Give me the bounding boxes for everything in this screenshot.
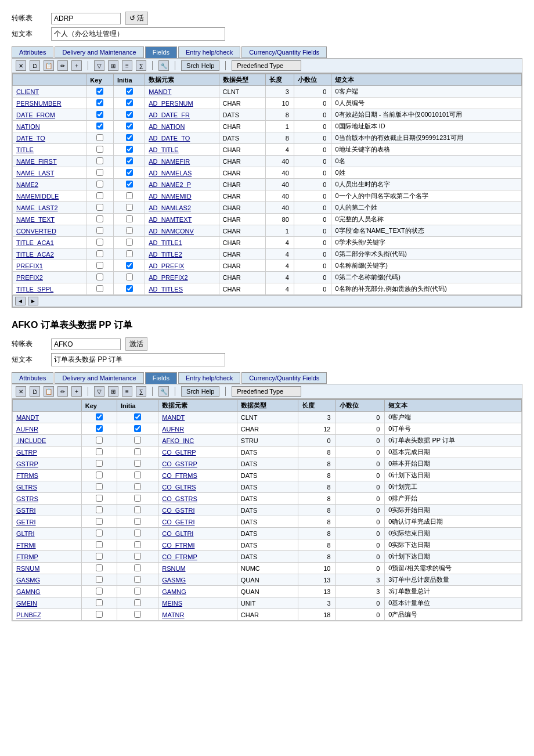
row-field[interactable]: TITLE bbox=[13, 144, 86, 156]
tool-paste1[interactable]: 📋 bbox=[44, 60, 54, 71]
row-field[interactable]: NAME_FIRST bbox=[13, 156, 86, 167]
tool-misc1[interactable]: 🔧 bbox=[158, 60, 169, 71]
row-element[interactable]: AD_NAME2_P bbox=[145, 179, 219, 190]
row-initia[interactable] bbox=[117, 563, 158, 574]
row-initia[interactable] bbox=[117, 423, 158, 435]
row-key[interactable] bbox=[81, 563, 117, 574]
row-initia[interactable] bbox=[113, 237, 145, 249]
tab-attributes1[interactable]: Attributes bbox=[12, 46, 53, 58]
row-key[interactable] bbox=[81, 423, 117, 435]
tab-delivery1[interactable]: Delivery and Maintenance bbox=[55, 46, 143, 58]
row-field[interactable]: GASMG bbox=[13, 574, 82, 586]
row-element[interactable]: AD_NATION bbox=[145, 121, 219, 132]
row-key[interactable] bbox=[81, 412, 117, 423]
row-element[interactable]: CO_FTRMP bbox=[158, 551, 237, 563]
row-field[interactable]: GSTRS bbox=[13, 493, 82, 505]
row-initia[interactable] bbox=[113, 98, 145, 109]
tool-cols2[interactable]: ≡ bbox=[122, 386, 132, 397]
row-field[interactable]: PERSNUMBER bbox=[13, 98, 86, 109]
row-key[interactable] bbox=[81, 470, 117, 481]
row-field[interactable]: GLTRP bbox=[13, 447, 82, 458]
tab-attributes2[interactable]: Attributes bbox=[12, 372, 53, 384]
row-element[interactable]: CO_FTRMI bbox=[158, 539, 237, 551]
row-field[interactable]: GMEIN bbox=[13, 597, 82, 609]
tool-x1[interactable]: ✕ bbox=[16, 60, 26, 71]
row-element[interactable]: AD_NAMLAS2 bbox=[145, 202, 219, 214]
tab-entry2[interactable]: Entry help/check bbox=[178, 372, 240, 384]
row-key[interactable] bbox=[81, 528, 117, 539]
srch-help-btn1[interactable]: Srch Help bbox=[181, 60, 219, 71]
row-field[interactable]: MANDT bbox=[13, 412, 82, 423]
row-key[interactable] bbox=[81, 481, 117, 493]
row-initia[interactable] bbox=[117, 597, 158, 609]
row-key[interactable] bbox=[86, 272, 114, 283]
row-initia[interactable] bbox=[117, 528, 158, 539]
row-field[interactable]: RSNUM bbox=[13, 563, 82, 574]
row-element[interactable]: AD_DATE_TO bbox=[145, 132, 219, 144]
row-field[interactable]: DATE_FROM bbox=[13, 109, 86, 121]
row-element[interactable]: CO_GSTRP bbox=[158, 458, 237, 470]
row-key[interactable] bbox=[86, 167, 114, 179]
row-initia[interactable] bbox=[117, 586, 158, 597]
tool-sum2[interactable]: ∑ bbox=[136, 386, 146, 397]
tab-delivery2[interactable]: Delivery and Maintenance bbox=[55, 372, 143, 384]
row-element[interactable]: GASMG bbox=[158, 574, 237, 586]
row-key[interactable] bbox=[86, 132, 114, 144]
tool-edit2[interactable]: ✏ bbox=[57, 386, 68, 397]
row-initia[interactable] bbox=[113, 249, 145, 260]
row-field[interactable]: PREFIX1 bbox=[13, 260, 86, 272]
row-element[interactable]: RSNUM bbox=[158, 563, 237, 574]
row-initia[interactable] bbox=[113, 132, 145, 144]
row-initia[interactable] bbox=[117, 505, 158, 516]
row-element[interactable]: AD_NAMEMID bbox=[145, 190, 219, 202]
row-initia[interactable] bbox=[117, 435, 158, 447]
row-initia[interactable] bbox=[113, 225, 145, 237]
row-initia[interactable] bbox=[117, 470, 158, 481]
row-element[interactable]: MATNR bbox=[158, 609, 237, 621]
row-initia[interactable] bbox=[113, 214, 145, 225]
row-initia[interactable] bbox=[113, 202, 145, 214]
row-key[interactable] bbox=[86, 260, 114, 272]
row-field[interactable]: CONVERTED bbox=[13, 225, 86, 237]
nav-next1[interactable]: ► bbox=[28, 297, 38, 305]
row-key[interactable] bbox=[81, 597, 117, 609]
row-initia[interactable] bbox=[113, 156, 145, 167]
tool-sort1[interactable]: ⊞ bbox=[108, 60, 118, 71]
row-element[interactable]: AD_NAMCONV bbox=[145, 225, 219, 237]
row-key[interactable] bbox=[86, 190, 114, 202]
row-field[interactable]: GLTRS bbox=[13, 481, 82, 493]
row-field[interactable]: GETRI bbox=[13, 516, 82, 528]
row-field[interactable]: NAMEMIDDLE bbox=[13, 190, 86, 202]
row-key[interactable] bbox=[81, 447, 117, 458]
row-key[interactable] bbox=[86, 144, 114, 156]
tab-entry1[interactable]: Entry help/check bbox=[178, 46, 240, 58]
row-initia[interactable] bbox=[113, 272, 145, 283]
row-field[interactable]: GLTRI bbox=[13, 528, 82, 539]
row-key[interactable] bbox=[86, 225, 114, 237]
row-element[interactable]: CO_GSTRI bbox=[158, 505, 237, 516]
row-field[interactable]: NAME_TEXT bbox=[13, 214, 86, 225]
row-initia[interactable] bbox=[113, 86, 145, 98]
row-initia[interactable] bbox=[117, 609, 158, 621]
row-key[interactable] bbox=[81, 493, 117, 505]
row-element[interactable]: AFKO_INC bbox=[158, 435, 237, 447]
row-element[interactable]: CO_GLTRP bbox=[158, 447, 237, 458]
tool-misc2[interactable]: 🔧 bbox=[158, 386, 169, 397]
row-key[interactable] bbox=[81, 539, 117, 551]
row-element[interactable]: AUFNR bbox=[158, 423, 237, 435]
tool-copy2[interactable]: 🗋 bbox=[30, 386, 40, 397]
row-key[interactable] bbox=[86, 98, 114, 109]
row-element[interactable]: AD_NAMELAS bbox=[145, 167, 219, 179]
row-element[interactable]: CO_FTRMS bbox=[158, 470, 237, 481]
row-element[interactable]: AD_TITLE2 bbox=[145, 249, 219, 260]
row-initia[interactable] bbox=[117, 516, 158, 528]
row-key[interactable] bbox=[86, 202, 114, 214]
tool-new1[interactable]: + bbox=[71, 60, 82, 71]
tool-cols1[interactable]: ≡ bbox=[122, 60, 132, 71]
row-element[interactable]: AD_NAMTEXT bbox=[145, 214, 219, 225]
row-field[interactable]: GSTRP bbox=[13, 458, 82, 470]
row-initia[interactable] bbox=[113, 121, 145, 132]
row-element[interactable]: GAMNG bbox=[158, 586, 237, 597]
row-field[interactable]: FTRMP bbox=[13, 551, 82, 563]
row-key[interactable] bbox=[81, 458, 117, 470]
